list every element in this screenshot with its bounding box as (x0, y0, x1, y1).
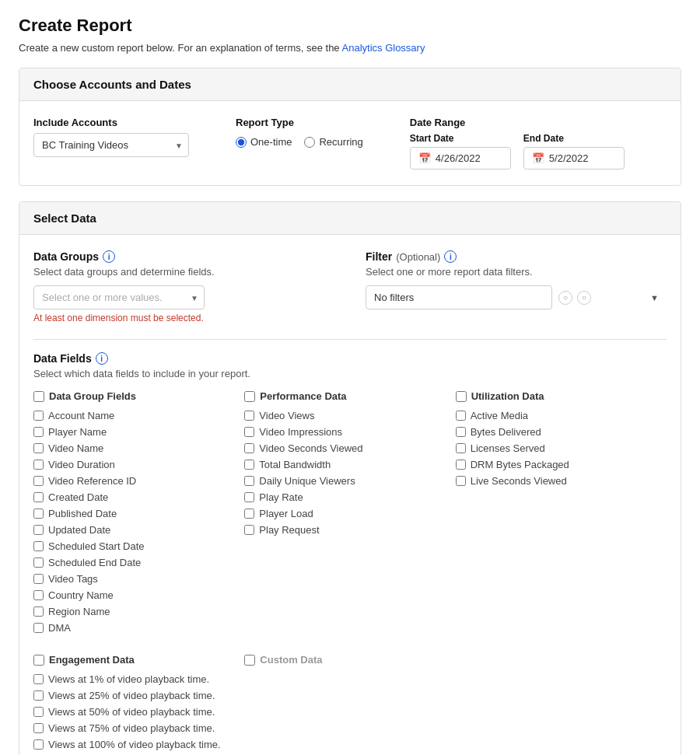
field-checkbox[interactable] (33, 739, 44, 750)
choose-accounts-body: Include Accounts BC Training Videos ▼ Re… (19, 101, 681, 185)
field-label: Views at 25% of video playback time. (48, 690, 215, 701)
field-checkbox[interactable] (33, 427, 44, 437)
utilization-data-checkbox[interactable] (456, 391, 467, 402)
list-item: Published Date (33, 508, 236, 519)
field-checkbox[interactable] (456, 460, 466, 470)
list-item: Video Seconds Viewed (244, 442, 447, 454)
date-range-group: Date Range Start Date 📅 4/26/2022 End Da… (410, 117, 625, 170)
field-label: Views at 1% of video playback time. (48, 673, 209, 685)
field-checkbox[interactable] (33, 509, 44, 519)
one-time-radio[interactable] (236, 137, 247, 148)
field-label: Play Rate (259, 491, 303, 503)
filter-edit-btn[interactable]: ○ (558, 291, 572, 305)
select-data-section: Select Data Data Groups i Select data gr… (19, 201, 681, 755)
recurring-label: Recurring (319, 136, 362, 148)
include-accounts-group: Include Accounts BC Training Videos ▼ (33, 117, 189, 157)
end-date-label: End Date (523, 133, 625, 144)
field-checkbox[interactable] (33, 707, 44, 717)
list-item: Active Media (456, 410, 659, 421)
field-checkbox[interactable] (33, 492, 44, 502)
field-checkbox[interactable] (33, 541, 44, 551)
filter-delete-btn[interactable]: ○ (577, 291, 591, 305)
field-checkbox[interactable] (33, 690, 44, 701)
field-checkbox[interactable] (456, 411, 466, 421)
field-checkbox[interactable] (33, 525, 44, 535)
calendar-icon-end: 📅 (532, 152, 544, 164)
data-groups-select[interactable]: Select one or more values. (33, 285, 205, 309)
one-time-option[interactable]: One-time (236, 136, 292, 148)
list-item: Total Bandwidth (244, 459, 447, 470)
field-checkbox[interactable] (244, 460, 254, 470)
utilization-data-column: Utilization Data Active MediaBytes Deliv… (456, 390, 667, 638)
end-date-field: End Date 📅 5/2/2022 (523, 133, 625, 170)
field-checkbox[interactable] (456, 476, 466, 486)
engagement-data-header: Engagement Data (33, 654, 236, 666)
start-date-field: Start Date 📅 4/26/2022 (410, 133, 511, 170)
field-checkbox[interactable] (33, 590, 44, 600)
calendar-icon: 📅 (418, 152, 431, 164)
recurring-option[interactable]: Recurring (304, 136, 362, 148)
filter-select[interactable]: No filters (366, 285, 552, 309)
list-item: Play Request (244, 524, 447, 536)
data-groups-col: Data Groups i Select data groups and det… (33, 250, 334, 323)
field-checkbox[interactable] (33, 723, 44, 733)
list-item: DMA (33, 622, 236, 634)
field-checkbox[interactable] (244, 427, 254, 437)
field-checkbox[interactable] (33, 558, 44, 568)
field-checkbox[interactable] (33, 411, 44, 421)
list-item: Player Load (244, 508, 447, 519)
choose-accounts-title: Choose Accounts and Dates (33, 78, 667, 91)
field-label: Video Views (259, 410, 314, 421)
include-accounts-select[interactable]: BC Training Videos (33, 133, 189, 157)
field-checkbox[interactable] (456, 427, 466, 437)
filter-info-icon[interactable]: i (444, 250, 457, 263)
data-group-fields-column: Data Group Fields Account NamePlayer Nam… (33, 390, 244, 638)
engagement-data-checkbox[interactable] (33, 655, 44, 666)
list-item: Video Tags (33, 573, 236, 585)
data-groups-info-icon[interactable]: i (103, 250, 115, 263)
list-item: Video Views (244, 410, 447, 421)
field-label: Licenses Served (471, 442, 545, 454)
field-checkbox[interactable] (456, 443, 466, 453)
field-checkbox[interactable] (244, 525, 254, 535)
field-checkbox[interactable] (33, 623, 44, 633)
start-date-label: Start Date (410, 133, 511, 144)
field-label: Published Date (48, 508, 117, 519)
page-title: Create Report (19, 16, 681, 36)
field-checkbox[interactable] (33, 574, 44, 584)
field-label: Views at 75% of video playback time. (48, 722, 215, 734)
list-item: Views at 1% of video playback time. (33, 673, 236, 685)
field-checkbox[interactable] (33, 674, 44, 684)
field-checkbox[interactable] (33, 606, 44, 617)
engagement-data-column: Engagement Data Views at 1% of video pla… (33, 654, 244, 755)
field-checkbox[interactable] (33, 460, 44, 470)
list-item: Licenses Served (456, 442, 659, 454)
field-checkbox[interactable] (244, 443, 254, 453)
field-checkbox[interactable] (33, 476, 44, 486)
list-item: Account Name (33, 410, 236, 421)
list-item: DRM Bytes Packaged (456, 459, 659, 470)
field-checkbox[interactable] (244, 411, 254, 421)
list-item: Video Name (33, 442, 236, 454)
bottom-fields-grid: Engagement Data Views at 1% of video pla… (33, 654, 667, 755)
start-date-value: 4/26/2022 (436, 152, 481, 164)
end-date-input[interactable]: 📅 5/2/2022 (523, 147, 625, 170)
field-checkbox[interactable] (33, 443, 44, 453)
glossary-link[interactable]: Analytics Glossary (342, 42, 425, 54)
list-item: Views at 50% of video playback time. (33, 706, 236, 718)
performance-data-checkbox[interactable] (244, 391, 255, 402)
select-data-header: Select Data (19, 202, 681, 235)
field-checkbox[interactable] (244, 492, 254, 502)
choose-accounts-section: Choose Accounts and Dates Include Accoun… (19, 68, 681, 186)
start-date-input[interactable]: 📅 4/26/2022 (410, 147, 511, 170)
field-checkbox[interactable] (244, 476, 254, 486)
field-label: Country Name (48, 589, 114, 601)
data-fields-info-icon[interactable]: i (96, 352, 108, 365)
intro-text: Create a new custom report below. For an… (19, 42, 681, 54)
data-fields-section: Data Fields i Select which data fields t… (33, 339, 667, 755)
data-group-fields-title: Data Group Fields (49, 390, 136, 402)
recurring-radio[interactable] (304, 137, 315, 148)
data-group-fields-checkbox[interactable] (33, 391, 44, 402)
field-checkbox[interactable] (244, 509, 254, 519)
custom-data-checkbox[interactable] (244, 655, 255, 666)
